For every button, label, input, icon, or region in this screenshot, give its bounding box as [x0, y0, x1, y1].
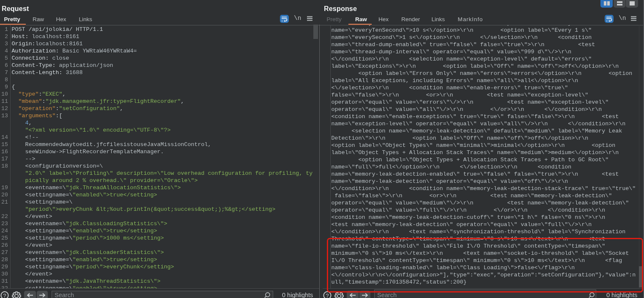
svg-text:?: ?: [3, 292, 6, 298]
svg-text:?: ?: [326, 292, 329, 298]
